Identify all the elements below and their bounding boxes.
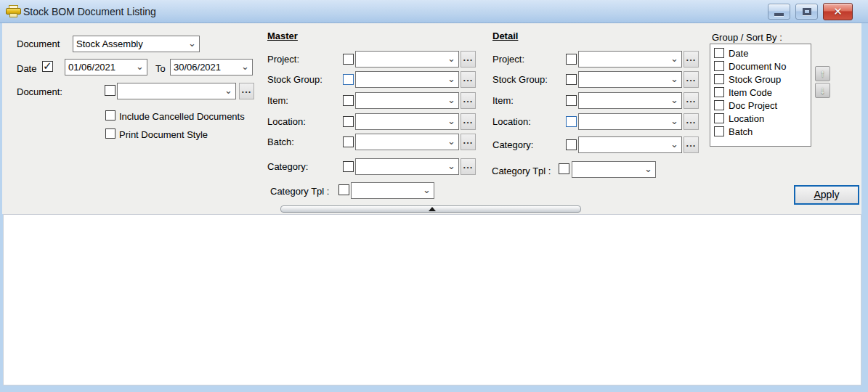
date-checkbox[interactable]: ✓ [42, 61, 53, 72]
detail-project-checkbox[interactable]: ✓ [566, 54, 577, 65]
group-sort-doc-project-checkbox[interactable]: ✓ [714, 100, 724, 110]
group-sort-date-checkbox[interactable]: ✓ [714, 48, 724, 58]
master-stock-group-select[interactable]: ⌄ [355, 71, 459, 88]
master-category-browse-button[interactable]: ... [461, 158, 476, 175]
group-sort-stock-group-checkbox[interactable]: ✓ [714, 74, 724, 84]
detail-location-browse-button[interactable]: ... [684, 113, 699, 130]
ellipsis-icon: ... [686, 52, 697, 63]
arrow-up-icon: ↑ [820, 68, 825, 79]
master-location-checkbox[interactable]: ✓ [343, 116, 354, 127]
print-style-checkbox[interactable]: ✓ [105, 128, 115, 139]
collapse-arrow-icon [429, 207, 436, 211]
ellipsis-icon: ... [463, 115, 474, 126]
maximize-icon [803, 8, 811, 15]
detail-category-select[interactable]: ⌄ [578, 136, 682, 153]
master-category-tpl-select[interactable]: ⌄ [351, 182, 434, 199]
detail-location-label: Location: [492, 116, 531, 127]
detail-category-tpl-select[interactable]: ⌄ [572, 161, 656, 178]
ellipsis-icon: ... [463, 52, 474, 63]
master-batch-select[interactable]: ⌄ [355, 134, 459, 150]
date-from-value: 01/06/2021 [68, 60, 132, 75]
master-project-label: Project: [267, 54, 299, 65]
panel-splitter[interactable] [280, 205, 581, 213]
chevron-down-icon: ⌄ [447, 114, 455, 128]
apply-rest: pply [821, 189, 840, 200]
master-item-label: Item: [267, 95, 288, 106]
group-sort-label: Group / Sort By : [712, 32, 782, 43]
include-cancelled-label: Include Cancelled Documents [119, 111, 245, 122]
date-label: Date [17, 63, 36, 74]
window-title: Stock BOM Document Listing [23, 0, 156, 23]
chevron-down-icon: ⌄ [447, 52, 455, 65]
date-from-select[interactable]: 01/06/2021 ⌄ [65, 59, 147, 75]
ellipsis-icon: ... [242, 84, 252, 95]
ellipsis-icon: ... [463, 94, 474, 105]
document-type-label: Document [17, 38, 60, 49]
ellipsis-icon: ... [686, 138, 697, 149]
arrow-down-icon: ↓ [820, 84, 825, 96]
master-batch-checkbox[interactable]: ✓ [343, 136, 354, 147]
chevron-down-icon: ⌄ [670, 72, 678, 86]
date-to-select[interactable]: 30/06/2021 ⌄ [170, 59, 253, 75]
detail-stock-group-browse-button[interactable]: ... [684, 71, 699, 88]
print-style-label: Print Document Style [119, 129, 208, 140]
detail-project-select[interactable]: ⌄ [578, 51, 682, 68]
detail-category-tpl-checkbox[interactable]: ✓ [559, 163, 569, 174]
close-button[interactable]: ✕ [823, 3, 853, 20]
group-sort-location-checkbox[interactable]: ✓ [714, 113, 724, 123]
apply-button[interactable]: Apply [794, 185, 859, 205]
chevron-down-icon: ⌄ [644, 162, 652, 176]
chevron-down-icon: ⌄ [224, 83, 232, 97]
chevron-down-icon: ⌄ [447, 134, 455, 148]
detail-category-browse-button[interactable]: ... [684, 136, 699, 153]
master-heading: Master [267, 30, 298, 41]
group-sort-batch-checkbox[interactable]: ✓ [714, 126, 724, 136]
detail-item-checkbox[interactable]: ✓ [566, 95, 577, 106]
document-no-select[interactable]: ⌄ [117, 83, 236, 99]
minimize-icon [774, 13, 784, 16]
document-type-select[interactable]: Stock Assembly ⌄ [73, 36, 200, 52]
master-location-select[interactable]: ⌄ [355, 113, 459, 130]
master-item-checkbox[interactable]: ✓ [343, 95, 354, 106]
master-item-select[interactable]: ⌄ [355, 92, 459, 109]
master-stock-group-browse-button[interactable]: ... [461, 71, 476, 88]
detail-item-browse-button[interactable]: ... [684, 92, 699, 109]
master-category-checkbox[interactable]: ✓ [343, 161, 354, 172]
detail-project-browse-button[interactable]: ... [684, 51, 699, 68]
master-project-select[interactable]: ⌄ [355, 51, 459, 68]
move-down-button[interactable]: ↓ [815, 83, 830, 98]
master-category-tpl-label: Category Tpl : [270, 186, 329, 197]
check-icon: ✓ [43, 60, 52, 73]
master-location-browse-button[interactable]: ... [461, 113, 476, 130]
minimize-button[interactable] [768, 4, 790, 20]
chevron-down-icon: ⌄ [188, 36, 196, 50]
group-sort-item-code-checkbox[interactable]: ✓ [714, 87, 724, 97]
master-project-browse-button[interactable]: ... [461, 51, 476, 68]
group-sort-document-no-checkbox[interactable]: ✓ [714, 61, 724, 71]
document-no-checkbox[interactable]: ✓ [105, 85, 115, 96]
title-bar[interactable]: Stock BOM Document Listing ✕ [0, 0, 868, 23]
master-category-select[interactable]: ⌄ [355, 158, 459, 175]
detail-location-checkbox[interactable]: ✓ [566, 116, 577, 127]
chevron-down-icon: ⌄ [447, 93, 455, 107]
chevron-down-icon: ⌄ [670, 93, 678, 107]
ellipsis-icon: ... [463, 135, 474, 146]
detail-location-select[interactable]: ⌄ [578, 113, 682, 130]
include-cancelled-checkbox[interactable]: ✓ [105, 110, 115, 121]
move-up-button[interactable]: ↑ [815, 66, 830, 81]
detail-stock-group-checkbox[interactable]: ✓ [566, 74, 577, 85]
document-no-browse-button[interactable]: ... [239, 83, 254, 99]
detail-item-select[interactable]: ⌄ [578, 92, 682, 109]
maximize-button[interactable] [795, 4, 818, 20]
detail-stock-group-select[interactable]: ⌄ [578, 71, 682, 88]
detail-category-checkbox[interactable]: ✓ [566, 139, 577, 150]
master-item-browse-button[interactable]: ... [461, 92, 476, 109]
master-category-tpl-checkbox[interactable]: ✓ [338, 184, 349, 195]
detail-item-label: Item: [492, 95, 514, 106]
detail-heading: Detail [492, 30, 518, 41]
master-batch-browse-button[interactable]: ... [461, 134, 476, 150]
master-project-checkbox[interactable]: ✓ [343, 54, 354, 65]
master-stock-group-checkbox[interactable]: ✓ [343, 74, 354, 85]
close-icon: ✕ [824, 4, 852, 20]
date-to-label: To [155, 63, 166, 74]
